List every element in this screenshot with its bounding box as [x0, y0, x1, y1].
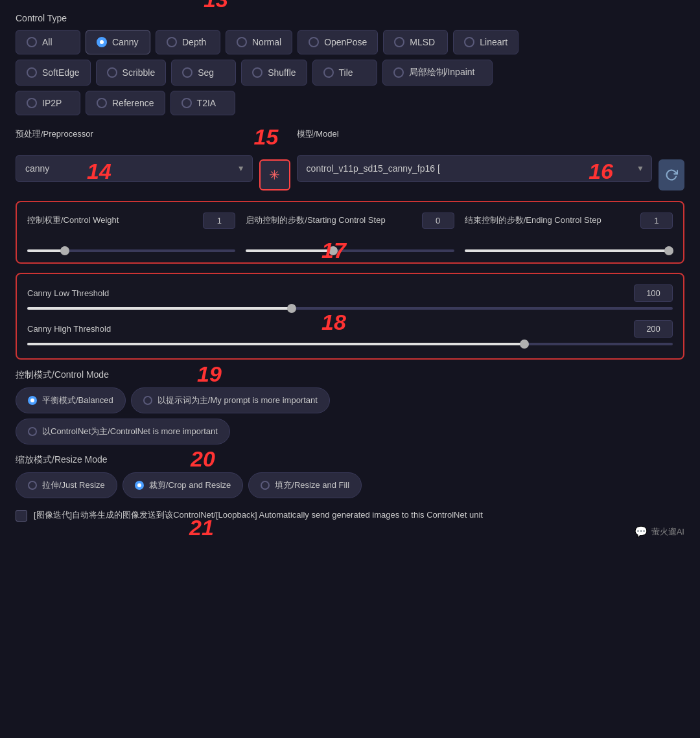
resize-label-fill: 填充/Resize and Fill	[275, 479, 349, 491]
control-mode-label: 控制模式/Control Mode	[16, 369, 109, 381]
ending-step-thumb[interactable]	[664, 246, 673, 255]
resize-label-just: 拉伸/Just Resize	[42, 479, 105, 491]
starting-step-item: 启动控制的步数/Starting Control Step 0	[246, 213, 454, 252]
loopback-label: [图像迭代]自动将生成的图像发送到该ControlNet/[Loopback] …	[34, 510, 483, 520]
starting-step-header: 启动控制的步数/Starting Control Step 0	[246, 213, 454, 229]
resize-mode-group: 拉伸/Just Resize 裁剪/Crop and Resize 填充/Res…	[16, 472, 684, 498]
radio-ip2p[interactable]: IP2P	[16, 91, 80, 115]
radio-circle-canny	[97, 37, 107, 47]
canny-low-thumb[interactable]	[287, 304, 296, 313]
control-weight-slider-track-outer	[27, 247, 235, 252]
radio-openpose[interactable]: OpenPose	[298, 30, 378, 54]
canny-low-fill	[27, 307, 292, 310]
ending-step-slider-outer	[465, 247, 673, 252]
radio-reference[interactable]: Reference	[86, 91, 165, 115]
radio-label-depth: Depth	[182, 37, 206, 47]
model-label-block: 模型/Model	[297, 128, 652, 144]
mode-controlnet[interactable]: 以ControlNet为主/ControlNet is more importa…	[16, 419, 230, 444]
resize-just[interactable]: 拉伸/Just Resize	[16, 472, 117, 498]
canny-high-label: Canny High Threshold	[27, 324, 111, 334]
mode-prompt[interactable]: 以提示词为主/My prompt is more important	[131, 387, 330, 413]
control-type-row1: All Canny Depth Normal OpenPose MLSD Lin…	[16, 30, 684, 54]
threshold-section: 18 Canny Low Threshold 100 Canny High Th…	[16, 273, 684, 360]
radio-circle-all	[27, 37, 37, 47]
ending-step-header: 结束控制的步数/Ending Control Step 1	[465, 213, 673, 229]
ending-step-track[interactable]	[465, 249, 673, 252]
radio-lineart[interactable]: Lineart	[453, 30, 519, 54]
mode-label-balanced: 平衡模式/Balanced	[42, 395, 113, 406]
pp-label-block: 预处理/Preprocessor	[16, 128, 253, 144]
model-select-wrapper[interactable]: control_v11p_sd15_canny_fp16 [ ▼	[297, 155, 652, 182]
mode-label-prompt: 以提示词为主/My prompt is more important	[158, 395, 318, 406]
preprocessor-select[interactable]: canny	[16, 155, 253, 182]
radio-tile[interactable]: Tile	[312, 60, 377, 86]
mode-label-controlnet: 以ControlNet为主/ControlNet is more importa…	[42, 426, 218, 437]
footer: 💬 萤火遛AI	[16, 525, 684, 538]
radio-circle-openpose	[309, 37, 319, 47]
ending-step-fill	[465, 249, 669, 252]
canny-high-track[interactable]	[27, 343, 673, 345]
radio-scribble[interactable]: Scribble	[96, 60, 167, 86]
refresh-icon	[665, 168, 678, 181]
starting-step-track[interactable]	[246, 249, 454, 252]
radio-shuffle[interactable]: Shuffle	[241, 60, 307, 86]
canny-low-track[interactable]	[27, 307, 673, 310]
star-button[interactable]: ✳	[259, 159, 290, 190]
starting-step-value: 0	[422, 213, 454, 229]
resize-fill[interactable]: 填充/Resize and Fill	[248, 472, 362, 498]
radio-softedge[interactable]: SoftEdge	[16, 60, 91, 86]
preprocessor-select-wrapper[interactable]: canny ▼	[16, 155, 253, 182]
radio-mlsd[interactable]: MLSD	[383, 30, 448, 54]
resize-crop[interactable]: 裁剪/Crop and Resize	[122, 472, 243, 498]
refresh-button[interactable]	[659, 159, 684, 190]
radio-label-mlsd: MLSD	[410, 37, 435, 47]
control-weight-header: 控制权重/Control Weight 1	[27, 213, 235, 229]
mode-circle-controlnet	[28, 427, 37, 436]
radio-inpaint[interactable]: 局部绘制/Inpaint	[382, 60, 493, 86]
radio-label-shuffle: Shuffle	[268, 67, 296, 78]
radio-t2ia[interactable]: T2IA	[170, 91, 235, 115]
ending-step-item: 结束控制的步数/Ending Control Step 1	[465, 213, 673, 252]
control-sliders-row: 控制权重/Control Weight 1 启动控制的步数/Starting C…	[27, 213, 673, 252]
control-weight-item: 控制权重/Control Weight 1	[27, 213, 235, 252]
preprocessor-model-section: 预处理/Preprocessor 模型/Model 14 canny ▼ 15 …	[16, 128, 684, 190]
radio-circle-reference	[97, 98, 107, 108]
control-type-row2: SoftEdge Scribble Seg Shuffle Tile 局部绘制/…	[16, 60, 684, 86]
loopback-text-wrapper: 21 [图像迭代]自动将生成的图像发送到该ControlNet/[Loopbac…	[34, 509, 684, 522]
starting-step-fill	[246, 249, 333, 252]
radio-circle-shuffle	[252, 67, 262, 78]
starting-step-slider-outer	[246, 247, 454, 252]
control-weight-label: 控制权重/Control Weight	[27, 214, 119, 226]
canny-high-fill	[27, 343, 524, 345]
radio-label-ip2p: IP2P	[42, 98, 62, 108]
canny-high-thumb[interactable]	[520, 340, 529, 349]
model-wrapper: 16 control_v11p_sd15_canny_fp16 [ ▼	[297, 155, 652, 182]
resize-mode-label: 缩放模式/Resize Mode	[16, 454, 108, 466]
radio-canny[interactable]: Canny	[86, 30, 150, 54]
model-select[interactable]: control_v11p_sd15_canny_fp16 [	[297, 155, 652, 182]
canny-low-label: Canny Low Threshold	[27, 288, 109, 298]
annotation-20: 20	[191, 446, 215, 472]
ending-step-value: 1	[640, 213, 673, 229]
mode-balanced[interactable]: 平衡模式/Balanced	[16, 387, 126, 413]
controls-row: 14 canny ▼ 15 ✳ 16 control_v11p_sd15_can…	[16, 146, 684, 190]
control-mode-group: 平衡模式/Balanced 以提示词为主/My prompt is more i…	[16, 387, 684, 413]
radio-circle-tile	[323, 67, 334, 78]
radio-label-softedge: SoftEdge	[42, 67, 80, 78]
mode-circle-balanced	[28, 396, 37, 405]
labels-row: 预处理/Preprocessor 模型/Model	[16, 128, 684, 144]
radio-label-seg: Seg	[198, 67, 214, 78]
annotation-19: 19	[197, 362, 222, 387]
radio-seg[interactable]: Seg	[171, 60, 236, 86]
radio-depth[interactable]: Depth	[156, 30, 220, 54]
radio-label-openpose: OpenPose	[324, 37, 367, 47]
radio-all[interactable]: All	[16, 30, 80, 54]
control-weight-track[interactable]	[27, 249, 235, 252]
starting-step-thumb[interactable]	[329, 246, 338, 255]
loopback-checkbox[interactable]	[16, 510, 27, 522]
control-type-label: Control Type	[16, 13, 684, 23]
radio-normal[interactable]: Normal	[226, 30, 292, 54]
radio-label-tile: Tile	[339, 67, 353, 78]
control-weight-thumb[interactable]	[60, 246, 69, 255]
radio-circle-seg	[182, 67, 192, 78]
